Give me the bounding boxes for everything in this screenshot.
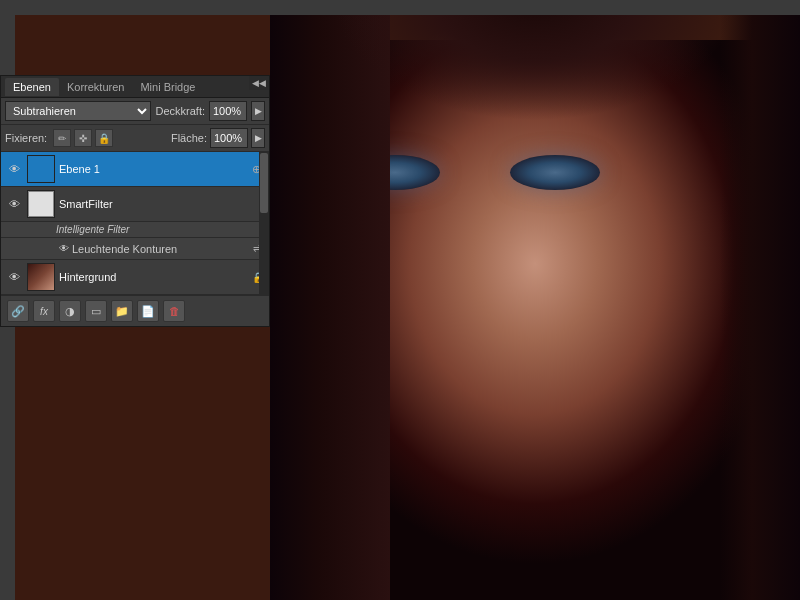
layer-thumb-smart: [27, 190, 55, 218]
filter-item-leuchtende[interactable]: 👁 Leuchtende Konturen ⇌: [1, 238, 269, 260]
blend-mode-row: Subtrahieren Deckkraft: ▶: [1, 98, 269, 125]
layer-visibility-smart[interactable]: 👁: [5, 195, 23, 213]
fill-label: Fläche:: [171, 132, 207, 144]
tab-ebenen[interactable]: Ebenen: [5, 78, 59, 96]
layer-item-smart[interactable]: 👁 SmartFilter: [1, 187, 269, 222]
blend-mode-select[interactable]: Subtrahieren: [5, 101, 151, 121]
layer-name-hintergrund: Hintergrund: [59, 271, 251, 283]
filter-name-leuchtende: Leuchtende Konturen: [72, 243, 249, 255]
new-layer-button[interactable]: 📄: [137, 300, 159, 322]
opacity-label: Deckkraft:: [155, 105, 205, 117]
layer-name-ebene1: Ebene 1: [59, 163, 247, 175]
layers-panel: ◀◀ Ebenen Korrekturen Mini Bridge ≡ Subt…: [0, 75, 270, 327]
panel-collapse-button[interactable]: ◀◀: [249, 76, 269, 90]
layers-scrollbar[interactable]: [259, 152, 269, 295]
layer-thumb-ebene1: [27, 155, 55, 183]
link-button[interactable]: 🔗: [7, 300, 29, 322]
group-button[interactable]: 📁: [111, 300, 133, 322]
lock-all-icon[interactable]: 🔒: [95, 129, 113, 147]
layer-item-hintergrund[interactable]: 👁 Hintergrund 🔒: [1, 260, 269, 295]
tab-korrekturen[interactable]: Korrekturen: [59, 78, 132, 96]
scroll-thumb[interactable]: [260, 153, 268, 213]
layers-toolbar: 🔗 fx ◑ ▭ 📁 📄 🗑: [1, 295, 269, 326]
smart-filter-header: Intelligente Filter: [1, 222, 269, 238]
ruler-horizontal: [0, 0, 800, 15]
filter-visibility-leuchtende[interactable]: 👁: [56, 241, 72, 257]
fx-button[interactable]: fx: [33, 300, 55, 322]
lock-pixels-icon[interactable]: ✏: [53, 129, 71, 147]
opacity-input[interactable]: [209, 101, 247, 121]
opacity-arrow[interactable]: ▶: [251, 101, 265, 121]
mask-button[interactable]: ▭: [85, 300, 107, 322]
lock-label: Fixieren:: [5, 132, 47, 144]
panel-tabs: Ebenen Korrekturen Mini Bridge ≡: [1, 76, 269, 98]
adjustment-button[interactable]: ◑: [59, 300, 81, 322]
lock-move-icon[interactable]: ✜: [74, 129, 92, 147]
canvas-eye-right: [510, 155, 600, 190]
tab-mini-bridge[interactable]: Mini Bridge: [132, 78, 203, 96]
layers-list: 👁 Ebene 1 ⊕ 👁 SmartFilter Intelligente F…: [1, 152, 269, 295]
canvas-hair-top: [270, 0, 800, 120]
fill-input[interactable]: [210, 128, 248, 148]
layer-visibility-ebene1[interactable]: 👁: [5, 160, 23, 178]
layer-item-ebene1[interactable]: 👁 Ebene 1 ⊕: [1, 152, 269, 187]
layer-visibility-hintergrund[interactable]: 👁: [5, 268, 23, 286]
smart-filter-label: Intelligente Filter: [56, 224, 129, 235]
layer-name-smart: SmartFilter: [59, 198, 265, 210]
delete-button[interactable]: 🗑: [163, 300, 185, 322]
lock-row: Fixieren: ✏ ✜ 🔒 Fläche: ▶: [1, 125, 269, 152]
layer-thumb-hintergrund: [27, 263, 55, 291]
fill-arrow[interactable]: ▶: [251, 128, 265, 148]
